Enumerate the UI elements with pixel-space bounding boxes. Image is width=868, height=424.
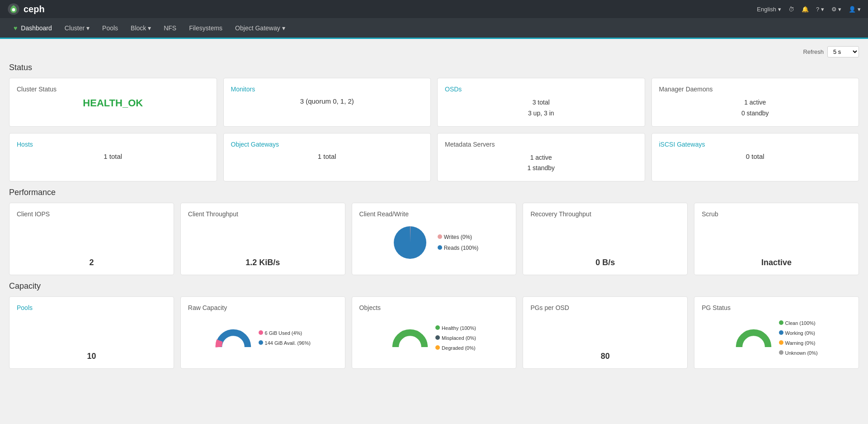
client-throughput-title: Client Throughput <box>188 210 338 218</box>
hosts-title[interactable]: Hosts <box>17 141 209 148</box>
hosts-card: Hosts 1 total <box>9 133 217 182</box>
pools-title: Pools <box>17 304 166 311</box>
osds-value: 3 total 3 up, 3 in <box>445 97 637 119</box>
manager-daemons-card: Manager Daemons 1 active 0 standby <box>651 78 859 127</box>
capacity-title: Capacity <box>9 281 859 291</box>
ceph-logo: ceph <box>7 3 45 15</box>
ceph-logo-icon <box>7 3 20 15</box>
objects-chart: Healthy (100%) Misplaced (0%) Degraded (… <box>359 315 509 361</box>
client-iops-title: Client IOPS <box>17 210 166 218</box>
raw-capacity-chart: 6 GiB Used (4%) 144 GiB Avail. (96%) <box>188 315 338 361</box>
status-grid-2: Hosts 1 total Object Gateways 1 total Me… <box>9 133 859 182</box>
manager-daemons-value: 1 active 0 standby <box>659 97 852 119</box>
pgs-per-osd-title: PGs per OSD <box>530 304 680 311</box>
raw-capacity-pie-svg <box>215 324 251 352</box>
raw-capacity-card: Raw Capacity 6 GiB Used (4%) 144 GiB Ava… <box>180 296 345 369</box>
client-readwrite-chart: Writes (0%) Reads (100%) <box>359 218 509 267</box>
cluster-status-value: HEALTH_OK <box>17 97 209 109</box>
timer-icon[interactable]: ⏱ <box>788 6 794 13</box>
performance-grid: Client IOPS 2 Client Throughput 1.2 KiB/… <box>9 203 859 275</box>
metadata-servers-value: 1 active 1 standby <box>445 152 637 174</box>
nav-object-gateway[interactable]: Object Gateway ▾ <box>229 18 292 38</box>
bell-icon[interactable]: 🔔 <box>802 6 809 13</box>
settings-icon[interactable]: ⚙ ▾ <box>831 6 842 13</box>
nav-filesystems[interactable]: Filesystems <box>183 18 229 38</box>
scrub-value: Inactive <box>702 258 851 267</box>
scrub-title: Scrub <box>702 210 851 218</box>
client-throughput-value: 1.2 KiB/s <box>188 258 338 267</box>
pg-status-card: PG Status Clean (100%) Working (0%) Warn… <box>694 296 859 369</box>
pg-status-pie-svg <box>736 324 772 352</box>
monitors-card: Monitors 3 (quorum 0, 1, 2) <box>223 78 431 127</box>
object-gateways-value: 1 total <box>231 152 424 160</box>
top-bar: ceph English ▾ ⏱ 🔔 ? ▾ ⚙ ▾ 👤 ▾ <box>0 0 868 18</box>
readwrite-legend: Writes (0%) Reads (100%) <box>438 232 479 253</box>
metadata-servers-title: Metadata Servers <box>445 141 637 148</box>
object-gateways-title[interactable]: Object Gateways <box>231 141 424 148</box>
refresh-label: Refresh <box>803 48 824 55</box>
pg-status-legend: Clean (100%) Working (0%) Warning (0%) U… <box>779 318 818 358</box>
objects-legend: Healthy (100%) Misplaced (0%) Degraded (… <box>435 323 476 353</box>
cluster-status-title: Cluster Status <box>17 86 209 93</box>
osds-card: OSDs 3 total 3 up, 3 in <box>437 78 645 127</box>
pgs-per-osd-value: 80 <box>530 352 680 361</box>
performance-title: Performance <box>9 188 859 197</box>
nav-block[interactable]: Block ▾ <box>124 18 157 38</box>
nav-dashboard[interactable]: ♥ Dashboard <box>7 18 58 39</box>
client-iops-card: Client IOPS 2 <box>9 203 174 275</box>
raw-capacity-legend: 6 GiB Used (4%) 144 GiB Avail. (96%) <box>259 328 311 348</box>
pg-status-chart: Clean (100%) Working (0%) Warning (0%) U… <box>702 315 851 361</box>
iscsi-gateways-card: iSCSI Gateways 0 total <box>651 133 859 182</box>
object-gateways-card: Object Gateways 1 total <box>223 133 431 182</box>
osds-title[interactable]: OSDs <box>445 86 637 93</box>
cluster-status-card: Cluster Status HEALTH_OK <box>9 78 217 127</box>
status-title: Status <box>9 63 859 72</box>
nav-bar: ♥ Dashboard Cluster ▾ Pools Block ▾ NFS … <box>0 18 868 39</box>
manager-daemons-title: Manager Daemons <box>659 86 852 93</box>
objects-title: Objects <box>359 304 509 311</box>
svg-point-1 <box>12 8 15 11</box>
nav-cluster[interactable]: Cluster ▾ <box>58 18 96 38</box>
raw-capacity-title: Raw Capacity <box>188 304 338 311</box>
recovery-throughput-title: Recovery Throughput <box>530 210 680 218</box>
nav-pools[interactable]: Pools <box>96 18 124 38</box>
language-selector[interactable]: English ▾ <box>757 6 781 13</box>
monitors-value: 3 (quorum 0, 1, 2) <box>231 97 424 105</box>
capacity-grid: Pools 10 Raw Capacity 6 GiB Used (4%) 14… <box>9 296 859 369</box>
refresh-select[interactable]: 5 s 10 s 30 s 1 min Off <box>827 46 859 57</box>
objects-pie-svg <box>392 324 428 352</box>
client-iops-value: 2 <box>17 258 166 267</box>
readwrite-pie-svg <box>390 222 430 263</box>
pools-value: 10 <box>17 352 166 361</box>
dashboard-icon: ♥ <box>14 24 17 32</box>
pg-status-title: PG Status <box>702 304 851 311</box>
scrub-card: Scrub Inactive <box>694 203 859 275</box>
objects-card: Objects Healthy (100%) Misplaced (0%) De… <box>352 296 517 369</box>
client-readwrite-title: Client Read/Write <box>359 210 509 218</box>
recovery-throughput-card: Recovery Throughput 0 B/s <box>523 203 688 275</box>
client-throughput-card: Client Throughput 1.2 KiB/s <box>180 203 345 275</box>
help-icon[interactable]: ? ▾ <box>816 6 824 13</box>
refresh-bar: Refresh 5 s 10 s 30 s 1 min Off <box>9 46 859 57</box>
hosts-value: 1 total <box>17 152 209 160</box>
iscsi-gateways-title[interactable]: iSCSI Gateways <box>659 141 852 148</box>
pools-card: Pools 10 <box>9 296 174 369</box>
nav-nfs[interactable]: NFS <box>157 18 183 38</box>
pgs-per-osd-card: PGs per OSD 80 <box>523 296 688 369</box>
top-bar-right: English ▾ ⏱ 🔔 ? ▾ ⚙ ▾ 👤 ▾ <box>757 6 861 13</box>
main-content: Refresh 5 s 10 s 30 s 1 min Off Status C… <box>0 39 868 376</box>
user-icon[interactable]: 👤 ▾ <box>849 6 861 13</box>
iscsi-gateways-value: 0 total <box>659 152 852 160</box>
status-grid-1: Cluster Status HEALTH_OK Monitors 3 (quo… <box>9 78 859 127</box>
monitors-title[interactable]: Monitors <box>231 86 424 93</box>
brand-area: ceph <box>7 3 45 15</box>
metadata-servers-card: Metadata Servers 1 active 1 standby <box>437 133 645 182</box>
client-readwrite-card: Client Read/Write Writes (0%) Reads (100… <box>352 203 517 275</box>
recovery-throughput-value: 0 B/s <box>530 258 680 267</box>
